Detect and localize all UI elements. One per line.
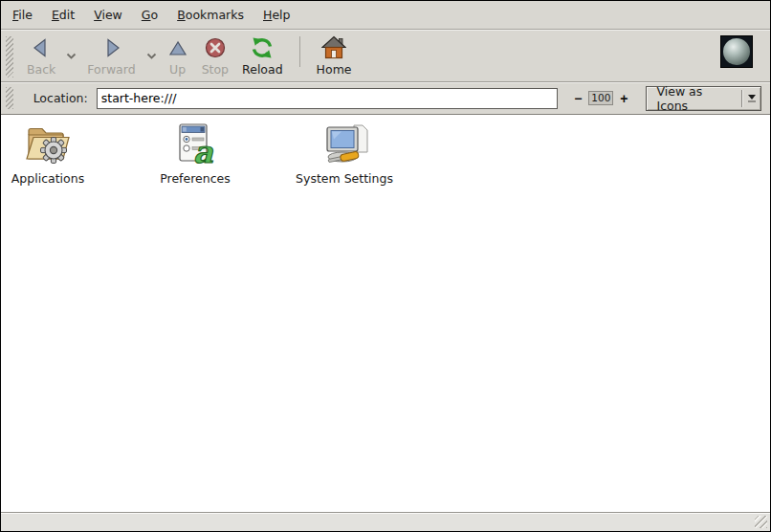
chevron-down-icon	[146, 49, 157, 63]
home-button[interactable]: Home	[310, 33, 359, 78]
location-label: Location:	[33, 91, 88, 105]
status-bar	[1, 512, 770, 531]
reload-label: Reload	[242, 62, 283, 77]
stop-label: Stop	[202, 62, 229, 77]
icon-label: Preferences	[160, 171, 231, 186]
chevron-down-icon	[66, 49, 77, 63]
reload-icon	[250, 35, 275, 59]
zoom-out-button[interactable]: −	[570, 89, 585, 108]
throbber-sphere	[723, 38, 750, 65]
menu-view[interactable]: View	[84, 2, 132, 28]
stop-icon	[204, 35, 227, 59]
menu-help[interactable]: Help	[253, 2, 300, 28]
menu-go[interactable]: Go	[132, 2, 167, 28]
home-icon	[321, 35, 346, 59]
locationbar-drag-handle[interactable]	[6, 87, 13, 109]
location-bar: Location: − 100 + View as Icons	[1, 82, 770, 115]
dropdown-arrow-icon	[742, 95, 760, 102]
toolbar-drag-handle[interactable]	[6, 36, 13, 78]
back-icon	[30, 35, 53, 59]
applications-folder-icon	[24, 122, 72, 169]
folder-view[interactable]: Applications a Preferences	[1, 115, 770, 512]
toolbar: Back Forward Up	[1, 30, 770, 82]
forward-history-dropdown[interactable]	[143, 45, 161, 67]
view-mode-dropdown[interactable]: View as Icons	[646, 86, 761, 111]
file-icon-preferences[interactable]: a Preferences	[154, 122, 236, 186]
forward-label: Forward	[87, 62, 135, 77]
toolbar-separator	[299, 36, 300, 67]
back-label: Back	[27, 62, 55, 77]
svg-text:a: a	[193, 134, 214, 166]
up-button[interactable]: Up	[161, 33, 195, 78]
stop-button[interactable]: Stop	[195, 33, 235, 78]
icon-label: Applications	[11, 171, 84, 186]
zoom-level-indicator: 100	[588, 91, 613, 105]
reload-button[interactable]: Reload	[235, 33, 290, 78]
system-settings-icon	[319, 122, 370, 169]
zoom-in-button[interactable]: +	[616, 89, 631, 108]
forward-icon	[100, 35, 123, 59]
back-history-dropdown[interactable]	[62, 45, 80, 67]
resize-grip[interactable]	[755, 516, 767, 528]
menu-bookmarks[interactable]: Bookmarks	[167, 2, 253, 28]
home-label: Home	[317, 62, 352, 77]
forward-button[interactable]: Forward	[80, 33, 142, 78]
menu-edit[interactable]: Edit	[42, 2, 84, 28]
file-icon-applications[interactable]: Applications	[7, 122, 89, 186]
file-manager-window: File Edit View Go Bookmarks Help Back Fo…	[0, 0, 771, 532]
preferences-capplet-icon: a	[173, 122, 217, 169]
up-label: Up	[169, 62, 186, 77]
file-icon-system-settings[interactable]: System Settings	[291, 122, 398, 186]
view-mode-label: View as Icons	[647, 84, 741, 113]
icon-label: System Settings	[296, 171, 393, 186]
menubar: File Edit View Go Bookmarks Help	[1, 1, 770, 30]
up-icon	[167, 35, 188, 59]
throbber-icon	[720, 35, 753, 68]
back-button[interactable]: Back	[20, 33, 62, 78]
location-input[interactable]	[97, 88, 559, 109]
menu-file[interactable]: File	[3, 2, 42, 28]
